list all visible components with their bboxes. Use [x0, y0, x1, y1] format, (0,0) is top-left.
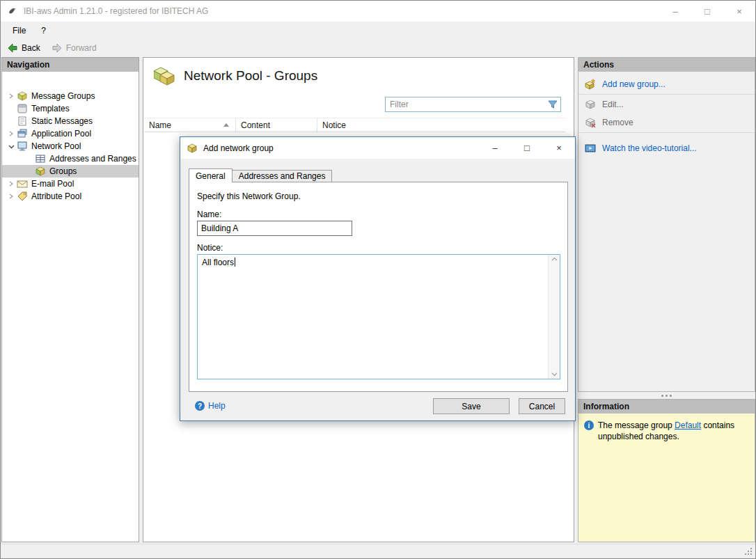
- tree-item-message-groups[interactable]: Message Groups: [2, 90, 139, 102]
- actions-list: Add new group... Edit... Remove Watch th…: [578, 72, 755, 157]
- templates-icon: [17, 103, 28, 114]
- tree-item-label: Network Pool: [31, 141, 81, 151]
- scroll-down-icon[interactable]: [551, 372, 558, 377]
- help-icon: ?: [195, 401, 205, 411]
- info-icon: i: [584, 420, 594, 430]
- column-label: Name: [149, 120, 171, 130]
- resize-grip[interactable]: [745, 548, 753, 556]
- help-link[interactable]: ? Help: [195, 401, 226, 411]
- help-label: Help: [208, 401, 226, 411]
- text-cursor: [235, 258, 235, 267]
- minimize-button[interactable]: –: [659, 1, 691, 22]
- column-header-name[interactable]: Name: [144, 118, 236, 132]
- filter-box: [385, 97, 561, 112]
- navigation-header: Navigation: [2, 58, 139, 72]
- dialog-minimize-button[interactable]: –: [479, 137, 511, 159]
- column-header-content[interactable]: Content: [236, 118, 317, 132]
- column-header-notice[interactable]: Notice: [317, 118, 565, 132]
- filter-input[interactable]: [386, 100, 548, 109]
- chevron-right-icon[interactable]: [7, 131, 15, 136]
- actions-panel: Actions Add new group... Edit... Remove …: [578, 57, 755, 392]
- back-arrow-icon: [7, 42, 18, 54]
- close-button[interactable]: ×: [723, 1, 755, 22]
- maximize-button[interactable]: □: [691, 1, 723, 22]
- tree-item-network-pool[interactable]: Network Pool: [2, 140, 139, 152]
- actions-header: Actions: [578, 58, 755, 72]
- tree-item-application-pool[interactable]: Application Pool: [2, 127, 139, 140]
- video-tutorial-icon: [585, 143, 596, 154]
- cancel-button[interactable]: Cancel: [519, 398, 565, 414]
- tree-item-email-pool[interactable]: E-mail Pool: [2, 178, 139, 190]
- info-text-prefix: The message group: [598, 420, 675, 430]
- tree-item-label: Message Groups: [31, 91, 95, 101]
- menu-help[interactable]: ?: [33, 22, 54, 39]
- page-title: Network Pool - Groups: [184, 68, 317, 84]
- tree-item-label: Attribute Pool: [31, 191, 81, 201]
- action-remove: Remove: [578, 113, 755, 132]
- menu-file[interactable]: File: [5, 22, 33, 39]
- chevron-down-icon[interactable]: [7, 143, 15, 150]
- forward-button: Forward: [49, 41, 100, 55]
- tree-item-label: E-mail Pool: [31, 179, 74, 189]
- tab-general[interactable]: General: [189, 168, 233, 182]
- navigation-panel: Navigation Message Groups Templates Stat…: [1, 57, 139, 542]
- default-group-link[interactable]: Default: [675, 420, 701, 430]
- action-add-new-group[interactable]: Add new group...: [578, 75, 755, 93]
- dialog-titlebar[interactable]: Add network group – □ ×: [180, 137, 575, 159]
- information-panel: Information i The message group Default …: [578, 399, 755, 542]
- tab-addresses-and-ranges[interactable]: Addresses and Ranges: [232, 170, 333, 182]
- tree-item-groups[interactable]: Groups: [2, 165, 139, 178]
- menubar: File ?: [1, 22, 755, 39]
- back-button[interactable]: Back: [4, 41, 43, 55]
- action-label: Add new group...: [602, 79, 666, 89]
- name-input[interactable]: [197, 221, 352, 236]
- information-header: Information: [578, 400, 755, 414]
- forward-arrow-icon: [52, 42, 63, 54]
- notice-scrollbar[interactable]: [548, 255, 560, 379]
- navigation-tree: Message Groups Templates Static Messages…: [2, 72, 139, 542]
- tree-item-label: Application Pool: [31, 129, 91, 139]
- notice-textarea[interactable]: All floors: [197, 254, 560, 379]
- action-label: Watch the video-tutorial...: [602, 143, 697, 153]
- sort-ascending-icon: [223, 123, 229, 127]
- network-pool-icon: [17, 141, 28, 152]
- window-controls: – □ ×: [659, 1, 755, 22]
- remove-icon: [585, 117, 596, 128]
- name-label: Name:: [197, 210, 221, 219]
- notice-label: Notice:: [197, 243, 223, 253]
- tree-item-addresses-and-ranges[interactable]: Addresses and Ranges: [2, 152, 139, 165]
- actions-separator: [578, 94, 755, 95]
- tree-item-label: Templates: [31, 104, 70, 113]
- application-pool-icon: [17, 128, 28, 139]
- edit-icon: [585, 99, 596, 110]
- notice-text: All floors: [202, 258, 234, 267]
- dialog-controls: – □ ×: [479, 137, 575, 159]
- static-messages-icon: [17, 116, 28, 127]
- scroll-up-icon[interactable]: [551, 257, 558, 261]
- column-label: Notice: [322, 120, 346, 130]
- information-content: i The message group Default contains unp…: [578, 414, 755, 449]
- action-watch-video-tutorial[interactable]: Watch the video-tutorial...: [578, 139, 755, 157]
- add-group-icon: [585, 79, 596, 90]
- dialog-maximize-button[interactable]: □: [511, 137, 543, 159]
- dialog-tab-page: Specify this Network Group. Name: Notice…: [189, 182, 568, 392]
- page-title-icon: [154, 66, 175, 86]
- dialog-close-button[interactable]: ×: [543, 137, 575, 159]
- app-icon: [7, 6, 18, 17]
- tree-item-templates[interactable]: Templates: [2, 102, 139, 115]
- panel-splitter[interactable]: [578, 392, 755, 399]
- dialog-icon: [187, 143, 198, 154]
- chevron-right-icon[interactable]: [7, 194, 15, 199]
- save-button[interactable]: Save: [433, 398, 510, 414]
- chevron-right-icon[interactable]: [7, 93, 15, 99]
- window-titlebar[interactable]: IBI-aws Admin 1.21.0 - registered for IB…: [1, 1, 755, 22]
- tree-item-attribute-pool[interactable]: Attribute Pool: [2, 190, 139, 203]
- message-groups-icon: [17, 90, 28, 102]
- chevron-right-icon[interactable]: [7, 181, 15, 187]
- action-label: Edit...: [602, 100, 624, 109]
- tree-item-static-messages[interactable]: Static Messages: [2, 115, 139, 127]
- tree-item-label: Groups: [49, 166, 77, 176]
- add-network-group-dialog: Add network group – □ × General Addresse…: [180, 136, 576, 421]
- window-title: IBI-aws Admin 1.21.0 - registered for IB…: [24, 6, 208, 16]
- filter-funnel-icon[interactable]: [548, 100, 558, 109]
